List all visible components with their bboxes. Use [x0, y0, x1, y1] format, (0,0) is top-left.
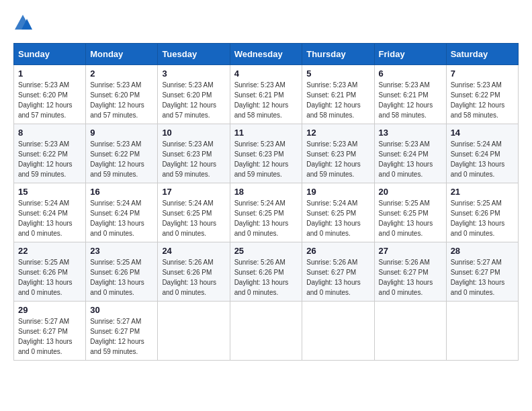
calendar-cell: 19 Sunrise: 5:24 AMSunset: 6:25 PMDaylig… — [302, 183, 374, 242]
header-sunday: Sunday — [14, 44, 86, 65]
day-info: Sunrise: 5:23 AMSunset: 6:23 PMDaylight:… — [306, 140, 361, 178]
calendar-cell: 23 Sunrise: 5:25 AMSunset: 6:26 PMDaylig… — [86, 242, 158, 302]
day-number: 10 — [162, 128, 225, 138]
day-number: 22 — [18, 246, 81, 256]
calendar-cell — [302, 302, 374, 361]
logo — [13, 13, 35, 32]
calendar-cell: 13 Sunrise: 5:23 AMSunset: 6:24 PMDaylig… — [374, 124, 446, 183]
day-number: 24 — [162, 246, 225, 256]
calendar-cell: 8 Sunrise: 5:23 AMSunset: 6:22 PMDayligh… — [14, 124, 86, 183]
calendar-cell: 16 Sunrise: 5:24 AMSunset: 6:24 PMDaylig… — [86, 183, 158, 242]
day-info: Sunrise: 5:23 AMSunset: 6:21 PMDaylight:… — [234, 81, 289, 119]
day-number: 21 — [451, 187, 514, 197]
calendar-cell: 7 Sunrise: 5:23 AMSunset: 6:22 PMDayligh… — [446, 65, 518, 124]
calendar-cell: 14 Sunrise: 5:24 AMSunset: 6:24 PMDaylig… — [446, 124, 518, 183]
day-info: Sunrise: 5:23 AMSunset: 6:20 PMDaylight:… — [162, 81, 216, 119]
day-info: Sunrise: 5:24 AMSunset: 6:24 PMDaylight:… — [90, 199, 144, 237]
day-number: 15 — [18, 187, 81, 197]
calendar-cell: 21 Sunrise: 5:25 AMSunset: 6:26 PMDaylig… — [446, 183, 518, 242]
calendar-cell — [158, 302, 230, 361]
calendar-cell: 22 Sunrise: 5:25 AMSunset: 6:26 PMDaylig… — [14, 242, 86, 302]
calendar-cell: 27 Sunrise: 5:26 AMSunset: 6:27 PMDaylig… — [374, 242, 446, 302]
calendar-cell: 18 Sunrise: 5:24 AMSunset: 6:25 PMDaylig… — [230, 183, 302, 242]
calendar-cell: 17 Sunrise: 5:24 AMSunset: 6:25 PMDaylig… — [158, 183, 230, 242]
calendar-cell: 26 Sunrise: 5:26 AMSunset: 6:27 PMDaylig… — [302, 242, 374, 302]
calendar-cell: 3 Sunrise: 5:23 AMSunset: 6:20 PMDayligh… — [158, 65, 230, 124]
day-info: Sunrise: 5:25 AMSunset: 6:26 PMDaylight:… — [90, 259, 144, 296]
calendar-cell: 30 Sunrise: 5:27 AMSunset: 6:27 PMDaylig… — [86, 302, 158, 361]
day-number: 18 — [234, 187, 298, 197]
day-number: 30 — [90, 305, 153, 315]
day-number: 13 — [379, 128, 442, 138]
day-info: Sunrise: 5:25 AMSunset: 6:25 PMDaylight:… — [379, 199, 433, 237]
calendar-cell: 2 Sunrise: 5:23 AMSunset: 6:20 PMDayligh… — [86, 65, 158, 124]
day-info: Sunrise: 5:23 AMSunset: 6:23 PMDaylight:… — [234, 140, 289, 178]
calendar-header-row: SundayMondayTuesdayWednesdayThursdayFrid… — [14, 44, 519, 65]
day-info: Sunrise: 5:24 AMSunset: 6:25 PMDaylight:… — [162, 199, 216, 237]
day-number: 4 — [234, 68, 298, 79]
calendar-cell: 29 Sunrise: 5:27 AMSunset: 6:27 PMDaylig… — [14, 302, 86, 361]
day-info: Sunrise: 5:26 AMSunset: 6:27 PMDaylight:… — [306, 259, 361, 296]
day-info: Sunrise: 5:26 AMSunset: 6:26 PMDaylight:… — [234, 259, 289, 296]
day-info: Sunrise: 5:23 AMSunset: 6:20 PMDaylight:… — [18, 81, 73, 119]
header-wednesday: Wednesday — [230, 44, 302, 65]
day-number: 23 — [90, 246, 153, 256]
calendar-week-4: 22 Sunrise: 5:25 AMSunset: 6:26 PMDaylig… — [14, 242, 519, 302]
day-info: Sunrise: 5:23 AMSunset: 6:22 PMDaylight:… — [451, 81, 505, 119]
day-info: Sunrise: 5:23 AMSunset: 6:21 PMDaylight:… — [306, 81, 361, 119]
header-monday: Monday — [86, 44, 158, 65]
day-number: 19 — [306, 187, 369, 197]
calendar-cell: 15 Sunrise: 5:24 AMSunset: 6:24 PMDaylig… — [14, 183, 86, 242]
day-number: 29 — [18, 305, 81, 315]
calendar-cell: 24 Sunrise: 5:26 AMSunset: 6:26 PMDaylig… — [158, 242, 230, 302]
day-info: Sunrise: 5:23 AMSunset: 6:22 PMDaylight:… — [18, 140, 73, 178]
header-friday: Friday — [374, 44, 446, 65]
calendar-table: SundayMondayTuesdayWednesdayThursdayFrid… — [13, 43, 519, 361]
day-number: 26 — [306, 246, 369, 256]
calendar-cell — [446, 302, 518, 361]
day-number: 12 — [306, 128, 369, 138]
day-number: 16 — [90, 187, 153, 197]
calendar-cell: 6 Sunrise: 5:23 AMSunset: 6:21 PMDayligh… — [374, 65, 446, 124]
day-info: Sunrise: 5:23 AMSunset: 6:21 PMDaylight:… — [379, 81, 433, 119]
calendar-cell: 11 Sunrise: 5:23 AMSunset: 6:23 PMDaylig… — [230, 124, 302, 183]
day-info: Sunrise: 5:23 AMSunset: 6:22 PMDaylight:… — [90, 140, 144, 178]
day-number: 5 — [306, 68, 369, 79]
calendar-cell: 4 Sunrise: 5:23 AMSunset: 6:21 PMDayligh… — [230, 65, 302, 124]
day-info: Sunrise: 5:26 AMSunset: 6:27 PMDaylight:… — [379, 259, 433, 296]
calendar-cell: 12 Sunrise: 5:23 AMSunset: 6:23 PMDaylig… — [302, 124, 374, 183]
day-number: 6 — [379, 68, 442, 79]
calendar-cell: 25 Sunrise: 5:26 AMSunset: 6:26 PMDaylig… — [230, 242, 302, 302]
day-info: Sunrise: 5:23 AMSunset: 6:20 PMDaylight:… — [90, 81, 144, 119]
calendar-week-1: 1 Sunrise: 5:23 AMSunset: 6:20 PMDayligh… — [14, 65, 519, 124]
calendar-cell — [374, 302, 446, 361]
calendar-cell — [230, 302, 302, 361]
day-info: Sunrise: 5:24 AMSunset: 6:25 PMDaylight:… — [234, 199, 289, 237]
day-info: Sunrise: 5:27 AMSunset: 6:27 PMDaylight:… — [18, 318, 73, 355]
day-number: 8 — [18, 128, 81, 138]
day-number: 20 — [379, 187, 442, 197]
day-number: 14 — [451, 128, 514, 138]
calendar-cell: 1 Sunrise: 5:23 AMSunset: 6:20 PMDayligh… — [14, 65, 86, 124]
day-number: 28 — [451, 246, 514, 256]
logo-icon — [13, 13, 32, 32]
calendar-week-5: 29 Sunrise: 5:27 AMSunset: 6:27 PMDaylig… — [14, 302, 519, 361]
calendar-week-3: 15 Sunrise: 5:24 AMSunset: 6:24 PMDaylig… — [14, 183, 519, 242]
day-number: 17 — [162, 187, 225, 197]
day-number: 2 — [90, 68, 153, 79]
day-info: Sunrise: 5:25 AMSunset: 6:26 PMDaylight:… — [451, 199, 505, 237]
day-info: Sunrise: 5:24 AMSunset: 6:24 PMDaylight:… — [18, 199, 73, 237]
calendar-cell: 5 Sunrise: 5:23 AMSunset: 6:21 PMDayligh… — [302, 65, 374, 124]
header-tuesday: Tuesday — [158, 44, 230, 65]
day-number: 7 — [451, 68, 514, 79]
day-info: Sunrise: 5:24 AMSunset: 6:25 PMDaylight:… — [306, 199, 361, 237]
calendar-cell: 9 Sunrise: 5:23 AMSunset: 6:22 PMDayligh… — [86, 124, 158, 183]
calendar-week-2: 8 Sunrise: 5:23 AMSunset: 6:22 PMDayligh… — [14, 124, 519, 183]
day-number: 25 — [234, 246, 298, 256]
day-number: 27 — [379, 246, 442, 256]
calendar-cell: 20 Sunrise: 5:25 AMSunset: 6:25 PMDaylig… — [374, 183, 446, 242]
header-thursday: Thursday — [302, 44, 374, 65]
day-info: Sunrise: 5:25 AMSunset: 6:26 PMDaylight:… — [18, 259, 73, 296]
day-number: 11 — [234, 128, 298, 138]
calendar-cell: 10 Sunrise: 5:23 AMSunset: 6:23 PMDaylig… — [158, 124, 230, 183]
